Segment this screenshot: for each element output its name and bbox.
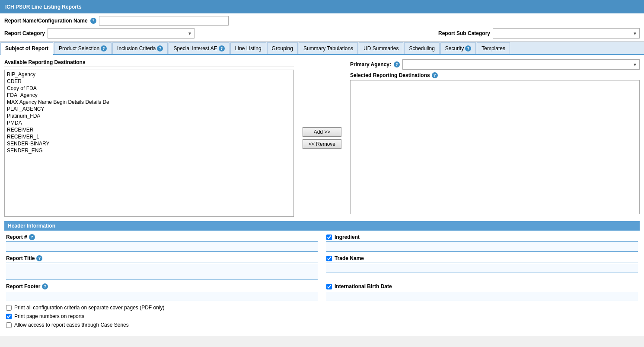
report-number-input[interactable] bbox=[6, 241, 318, 252]
selected-reporting-list[interactable] bbox=[350, 80, 640, 214]
report-subcategory-wrapper bbox=[493, 28, 640, 39]
tab-linelisting[interactable]: Line Listing bbox=[230, 42, 266, 54]
tab-label-templates: Templates bbox=[481, 45, 505, 51]
report-category-wrapper bbox=[48, 28, 194, 39]
tabs-bar: Subject of ReportProduct Selection?Inclu… bbox=[0, 42, 644, 55]
print-cover-pages-row: Print all configuration criteria on sepa… bbox=[6, 305, 638, 311]
allow-access-label: Allow access to report cases through Cas… bbox=[14, 322, 129, 328]
app-title: ICH PSUR Line Listing Reports bbox=[5, 4, 82, 10]
report-title-help-badge[interactable]: ? bbox=[36, 255, 42, 261]
print-cover-pages-checkbox[interactable] bbox=[6, 305, 12, 311]
ingredient-checkbox-row: Ingredient bbox=[326, 234, 638, 240]
primary-agency-help-badge[interactable]: ? bbox=[394, 61, 400, 67]
tab-label-linelisting: Line Listing bbox=[235, 45, 261, 51]
report-footer-field: Report Footer ? bbox=[6, 283, 318, 301]
list-item[interactable]: MAX Agency Name Begin Details Details De bbox=[6, 99, 293, 106]
tab-special[interactable]: Special Interest AE? bbox=[169, 42, 229, 54]
tab-templates[interactable]: Templates bbox=[477, 42, 510, 54]
tab-product[interactable]: Product Selection? bbox=[54, 42, 112, 54]
form-grid: Report # ? Ingredient Report Title ? bbox=[4, 234, 640, 301]
print-page-numbers-label: Print page numbers on reports bbox=[14, 313, 84, 319]
list-item[interactable]: SENDER_ENG bbox=[6, 147, 293, 154]
tab-label-scheduling: Scheduling bbox=[409, 45, 434, 51]
list-item[interactable]: Platinum_FDA bbox=[6, 112, 293, 119]
selected-reporting-help-badge[interactable]: ? bbox=[432, 72, 438, 78]
trade-name-input[interactable] bbox=[326, 263, 638, 273]
available-reporting-title: Available Reporting Destinations bbox=[4, 59, 294, 67]
report-category-label: Report Category bbox=[4, 30, 45, 36]
tab-grouping[interactable]: Grouping bbox=[267, 42, 298, 54]
report-number-help-badge[interactable]: ? bbox=[29, 234, 35, 240]
report-subcategory-group: Report Sub Category bbox=[438, 28, 640, 39]
report-subcategory-select[interactable] bbox=[493, 28, 640, 39]
category-row: Report Category Report Sub Category bbox=[4, 28, 640, 39]
list-item[interactable]: RECEIVER bbox=[6, 126, 293, 133]
bottom-checkboxes: Print all configuration criteria on sepa… bbox=[4, 301, 640, 331]
report-footer-label: Report Footer ? bbox=[6, 283, 318, 289]
report-title-label: Report Title ? bbox=[6, 255, 318, 261]
list-item[interactable]: RECEIVER_1 bbox=[6, 133, 293, 140]
right-panel: Primary Agency: ? ▼ Selected Reporting D… bbox=[350, 59, 640, 217]
selected-reporting-header: Selected Reporting Destinations ? bbox=[350, 72, 640, 78]
list-item[interactable]: BIP_Agency bbox=[6, 71, 293, 78]
tab-subject[interactable]: Subject of Report bbox=[0, 42, 53, 55]
header-info-title: Header Information bbox=[4, 221, 640, 231]
tab-label-ud: UD Summaries bbox=[363, 45, 399, 51]
tab-help-badge-security[interactable]: ? bbox=[465, 45, 471, 51]
intl-birth-date-label: International Birth Date bbox=[335, 283, 392, 289]
list-item[interactable]: Copy of FDA bbox=[6, 85, 293, 92]
report-name-row: Report Name/Configuration Name ? bbox=[4, 16, 640, 26]
header-info-section-wrapper: Header Information Report # ? Ingredient bbox=[4, 221, 640, 301]
top-area: Report Name/Configuration Name ? Report … bbox=[0, 13, 644, 42]
report-category-select[interactable] bbox=[48, 28, 194, 39]
ingredient-label: Ingredient bbox=[335, 234, 360, 240]
primary-agency-select-wrapper: ▼ bbox=[402, 59, 640, 70]
trade-name-label: Trade Name bbox=[335, 255, 364, 261]
tab-help-badge-special[interactable]: ? bbox=[219, 45, 225, 51]
list-item[interactable]: CDER bbox=[6, 78, 293, 85]
report-name-input[interactable] bbox=[99, 16, 229, 26]
allow-access-checkbox[interactable] bbox=[6, 322, 12, 328]
tab-inclusion[interactable]: Inclusion Criteria? bbox=[112, 42, 168, 54]
report-title-field: Report Title ? bbox=[6, 255, 318, 280]
ingredient-input[interactable] bbox=[326, 241, 638, 252]
left-panel: Available Reporting Destinations BIP_Age… bbox=[4, 59, 294, 217]
tab-label-special: Special Interest AE bbox=[173, 45, 217, 51]
tab-label-summary: Summary Tabulations bbox=[303, 45, 353, 51]
list-item[interactable]: SENDER-BINARY bbox=[6, 140, 293, 147]
list-item[interactable]: FDA_Agency bbox=[6, 92, 293, 99]
tab-scheduling[interactable]: Scheduling bbox=[404, 42, 439, 54]
tab-ud[interactable]: UD Summaries bbox=[359, 42, 403, 54]
ingredient-checkbox[interactable] bbox=[326, 235, 332, 240]
trade-name-checkbox[interactable] bbox=[326, 256, 332, 261]
intl-birth-date-checkbox-row: International Birth Date bbox=[326, 283, 638, 289]
list-item[interactable]: PMDA bbox=[6, 119, 293, 126]
two-col-area: Available Reporting Destinations BIP_Age… bbox=[4, 59, 640, 217]
tab-help-badge-inclusion[interactable]: ? bbox=[157, 45, 163, 51]
print-cover-pages-label: Print all configuration criteria on sepa… bbox=[14, 305, 165, 311]
selected-reporting-title: Selected Reporting Destinations bbox=[350, 72, 430, 78]
intl-birth-date-checkbox[interactable] bbox=[326, 284, 332, 289]
report-name-help-badge[interactable]: ? bbox=[90, 18, 96, 24]
list-item[interactable]: PLAT_AGENCY bbox=[6, 106, 293, 112]
primary-agency-select[interactable] bbox=[402, 59, 640, 70]
primary-agency-label: Primary Agency: bbox=[350, 61, 391, 67]
report-number-field: Report # ? bbox=[6, 234, 318, 252]
print-page-numbers-row: Print page numbers on reports bbox=[6, 313, 638, 319]
tab-label-product: Product Selection bbox=[59, 45, 99, 51]
report-footer-help-badge[interactable]: ? bbox=[42, 283, 48, 289]
allow-access-row: Allow access to report cases through Cas… bbox=[6, 322, 638, 328]
tab-help-badge-product[interactable]: ? bbox=[101, 45, 107, 51]
primary-agency-row: Primary Agency: ? ▼ bbox=[350, 59, 640, 70]
report-title-input[interactable] bbox=[6, 263, 318, 280]
tab-security[interactable]: Security? bbox=[440, 42, 476, 54]
tab-summary[interactable]: Summary Tabulations bbox=[299, 42, 358, 54]
remove-button[interactable]: << Remove bbox=[303, 139, 341, 149]
available-reporting-list[interactable]: BIP_AgencyCDERCopy of FDAFDA_AgencyMAX A… bbox=[4, 70, 294, 217]
report-subcategory-label: Report Sub Category bbox=[438, 30, 490, 36]
print-page-numbers-checkbox[interactable] bbox=[6, 314, 12, 319]
intl-birth-date-input[interactable] bbox=[326, 291, 638, 301]
report-number-label: Report # ? bbox=[6, 234, 318, 240]
report-footer-input[interactable] bbox=[6, 291, 318, 301]
add-button[interactable]: Add >> bbox=[303, 127, 341, 137]
